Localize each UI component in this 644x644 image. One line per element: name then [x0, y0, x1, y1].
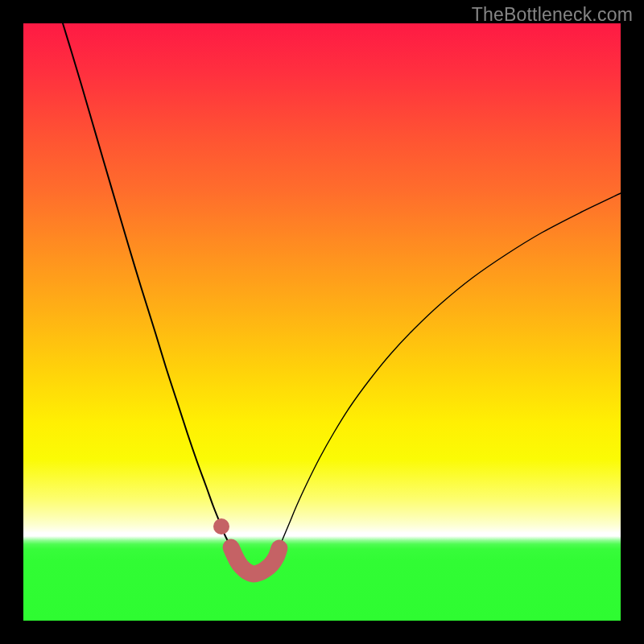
curve-right — [278, 193, 621, 551]
curve-left — [63, 23, 233, 551]
watermark-text: TheBottleneck.com — [472, 4, 633, 26]
valley-dot-marker — [213, 518, 229, 535]
chart-svg — [23, 23, 621, 621]
valley-highlight — [231, 547, 279, 574]
